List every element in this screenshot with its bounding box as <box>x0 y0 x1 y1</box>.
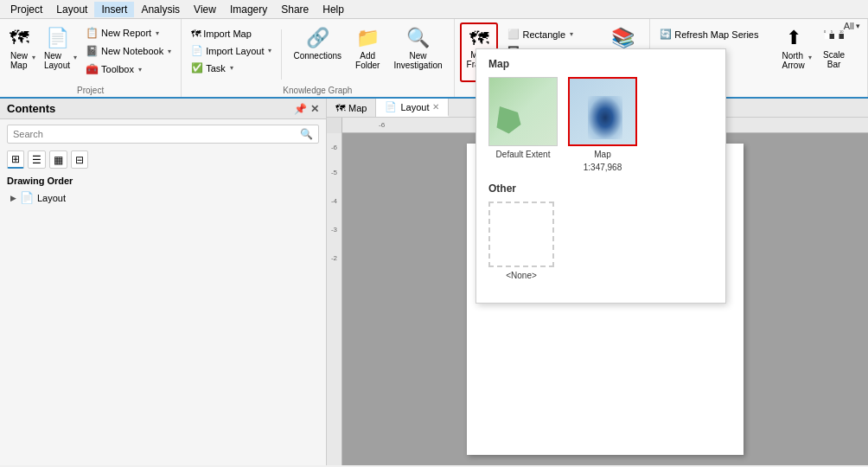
refresh-map-series-button[interactable]: 🔄 Refresh Map Series <box>655 26 763 42</box>
import-map-icon: 🗺 <box>191 29 201 39</box>
new-notebook-icon: 📓 <box>86 45 99 57</box>
sidebar-pin-icon[interactable]: 📌 <box>294 103 307 115</box>
map-tab-icon: 🗺 <box>335 103 345 113</box>
menu-layout[interactable]: Layout <box>49 2 94 17</box>
sidebar-header-icons: 📌 ✕ <box>294 103 319 115</box>
list-alt-button[interactable]: ⊟ <box>71 150 88 169</box>
new-notebook-arrow: ▾ <box>168 48 171 55</box>
ruler-left-mark: -4 <box>331 197 337 205</box>
svg-text:0: 0 <box>824 29 827 34</box>
other-panel-items: <None> <box>488 202 713 280</box>
ribbon: 🗺 NewMap ▾ 📄 NewLayout ▾ 📋 <box>0 19 868 99</box>
task-button[interactable]: ✅ Task ▾ <box>187 60 276 76</box>
none-label: <None> <box>506 271 537 280</box>
import-layout-arrow: ▾ <box>268 47 271 54</box>
map-main-thumb <box>568 77 637 146</box>
import-map-button[interactable]: 🗺 Import Map <box>187 26 276 42</box>
default-extent-item[interactable]: Default Extent <box>488 77 558 172</box>
north-arrow-button[interactable]: ⬆ NorthArrow ▾ <box>777 22 814 74</box>
rectangle-icon: ⬜ <box>507 29 520 40</box>
map-frame-dropdown: Map Default Extent Map 1:347,968 Other <… <box>475 48 726 304</box>
svg-rect-1 <box>825 34 830 39</box>
ruler-left-mark: -3 <box>331 226 337 234</box>
north-arrow-icon: ⬆ <box>786 27 801 49</box>
task-arrow: ▾ <box>230 64 233 72</box>
rectangle-button[interactable]: ⬜ Rectangle ▾ <box>503 26 600 42</box>
map-data-viz <box>588 96 622 139</box>
layout-label: Layout <box>37 193 66 203</box>
toolbox-button[interactable]: 🧰 Toolbox ▾ <box>81 61 176 78</box>
map-series-icon: 📚 <box>611 27 635 49</box>
map-tab-label: Map <box>348 103 367 113</box>
new-map-icon: 🗺 <box>10 27 29 49</box>
project-stack: 📋 New Report ▾ 📓 New Notebook ▾ 🧰 Toolbo… <box>81 24 176 78</box>
refresh-icon: 🔄 <box>660 29 672 40</box>
ruler-mark: -6 <box>368 121 395 129</box>
map-tab[interactable]: 🗺 Map <box>327 99 376 117</box>
sidebar-close-icon[interactable]: ✕ <box>310 103 319 115</box>
new-report-button[interactable]: 📋 New Report ▾ <box>81 24 176 42</box>
preview-button[interactable]: ▦ <box>49 150 67 169</box>
svg-rect-2 <box>834 34 839 39</box>
add-folder-icon: 📁 <box>356 27 380 49</box>
layout-tab-icon: 📄 <box>385 101 397 112</box>
menu-share[interactable]: Share <box>274 2 316 17</box>
other-section-label: Other <box>488 182 713 195</box>
menu-help[interactable]: Help <box>316 2 351 17</box>
all-label: All <box>844 21 854 31</box>
default-extent-thumb <box>488 77 558 146</box>
new-notebook-button[interactable]: 📓 New Notebook ▾ <box>81 42 176 60</box>
layout-tab[interactable]: 📄 Layout ✕ <box>376 99 449 117</box>
map-main-label: Map <box>594 150 610 159</box>
new-map-button[interactable]: 🗺 NewMap ▾ <box>5 22 38 74</box>
list-tree-button[interactable]: ⊞ <box>7 150 24 169</box>
new-layout-arrow[interactable]: ▾ <box>73 23 79 74</box>
menu-imagery[interactable]: Imagery <box>223 2 274 17</box>
new-report-arrow: ▾ <box>156 29 159 37</box>
new-layout-button[interactable]: 📄 NewLayout ▾ <box>40 22 80 74</box>
list-flat-button[interactable]: ☰ <box>28 150 46 169</box>
drawing-order-label: Drawing Order <box>7 176 319 186</box>
add-folder-button[interactable]: 📁 AddFolder <box>349 22 386 74</box>
layout-tab-label: Layout <box>400 102 429 112</box>
sidebar: Contents 📌 ✕ 🔍 ⊞ ☰ ▦ ⊟ Drawing Order ▶ 📄… <box>0 99 327 465</box>
map-main-item[interactable]: Map 1:347,968 <box>568 77 637 172</box>
ribbon-group-project: 🗺 NewMap ▾ 📄 NewLayout ▾ 📋 <box>0 19 182 97</box>
layout-tab-close[interactable]: ✕ <box>432 102 439 112</box>
north-arrow-dropdown[interactable]: ▾ <box>808 23 814 74</box>
menu-insert[interactable]: Insert <box>94 2 134 17</box>
toolbox-arrow: ▾ <box>138 66 142 74</box>
menu-project[interactable]: Project <box>3 2 49 17</box>
layout-icon: 📄 <box>20 191 34 204</box>
scale-bar-icon: 0 5 10 <box>824 29 845 48</box>
sidebar-title: Contents <box>7 102 55 115</box>
ruler-left: -6 -5 -4 -3 -2 <box>327 133 342 465</box>
import-layout-button[interactable]: 📄 Import Layout ▾ <box>187 42 276 59</box>
toolbox-icon: 🧰 <box>86 63 99 75</box>
layout-tree-item[interactable]: ▶ 📄 Layout <box>7 189 319 206</box>
new-investigation-icon: 🔍 <box>406 27 430 49</box>
tree-expand-icon[interactable]: ▶ <box>10 194 16 202</box>
search-bar: 🔍 <box>7 125 319 144</box>
search-input[interactable] <box>8 126 295 142</box>
ruler-mark <box>426 121 457 129</box>
menu-view[interactable]: View <box>187 2 223 17</box>
ruler-left-mark: -2 <box>331 254 337 262</box>
rectangle-arrow: ▾ <box>570 30 573 38</box>
new-map-arrow[interactable]: ▾ <box>32 23 37 74</box>
map-main-sublabel: 1:347,968 <box>584 163 622 172</box>
map-panel-items: Default Extent Map 1:347,968 <box>488 77 713 172</box>
connections-button[interactable]: 🔗 Connections <box>287 22 348 65</box>
map-section-label: Map <box>488 58 713 70</box>
import-stack: 🗺 Import Map 📄 Import Layout ▾ ✅ Task ▾ <box>187 26 276 76</box>
connections-icon: 🔗 <box>306 27 329 49</box>
ruler-mark <box>395 121 426 129</box>
ribbon-content: 🗺 NewMap ▾ 📄 NewLayout ▾ 📋 <box>0 19 868 97</box>
map-frame-icon: 🗺 <box>469 28 488 50</box>
project-group-label: Project <box>0 86 181 95</box>
all-dropdown-arrow[interactable]: ▾ <box>856 22 860 30</box>
new-investigation-button[interactable]: 🔍 NewInvestigation <box>387 22 448 74</box>
none-item[interactable]: <None> <box>488 202 554 280</box>
search-icon[interactable]: 🔍 <box>295 125 318 143</box>
menu-analysis[interactable]: Analysis <box>134 2 187 17</box>
